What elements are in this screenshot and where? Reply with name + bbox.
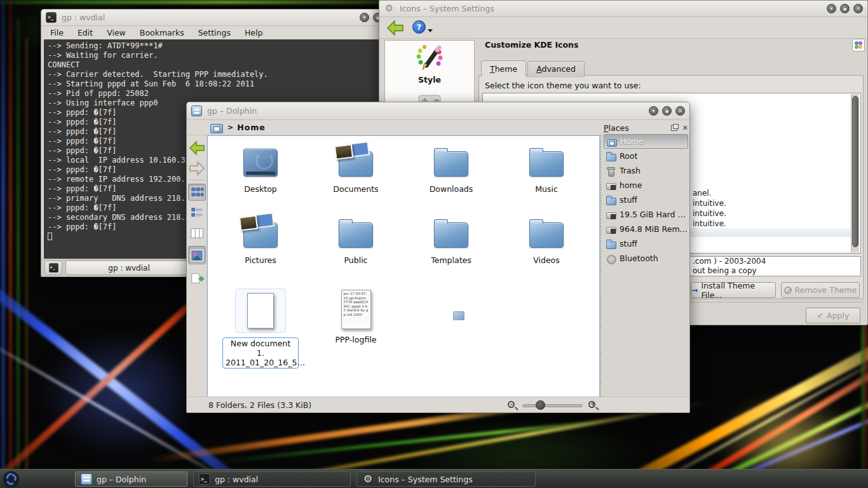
tab[interactable]: Advanced — [527, 61, 585, 78]
bluetooth-icon — [606, 254, 616, 264]
settings-titlebar[interactable]: Icons – System Settings ▾ ● ✕ — [379, 1, 867, 17]
close-button[interactable]: ✕ — [853, 4, 863, 13]
places-item[interactable]: Home — [604, 134, 688, 149]
places-item[interactable]: stuff — [604, 193, 688, 207]
dolphin-titlebar[interactable]: gp – Dolphin ▾ ● ✕ — [187, 102, 689, 120]
back-button[interactable] — [386, 20, 405, 38]
folder-label: Desktop — [244, 184, 277, 194]
close-panel-icon[interactable]: ✕ — [682, 125, 688, 132]
folder-icon — [434, 222, 468, 248]
file-label: PPP-logfile — [336, 335, 377, 344]
zoom-out-icon[interactable] — [508, 401, 515, 408]
places-item[interactable]: 964.8 MiB Remov… — [604, 222, 688, 236]
stray-widget-icon — [453, 311, 465, 320]
taskbar-task[interactable]: gp – Dolphin — [75, 471, 187, 487]
places-item-label: 964.8 MiB Remov… — [620, 224, 688, 234]
taskbar: gp – Dolphin gp : wvdial Icons – System … — [0, 469, 868, 488]
drive-icon — [606, 224, 616, 234]
folder-item[interactable]: Downloads — [404, 145, 498, 194]
dolphin-icon — [81, 473, 92, 485]
file-item-selected[interactable]: New document 1. 2011_01_20_16_5… — [214, 287, 308, 369]
places-item[interactable]: Bluetooth — [604, 251, 688, 266]
maximize-button[interactable]: ● — [840, 4, 850, 13]
folder-label: Music — [535, 184, 558, 194]
back-button[interactable] — [188, 139, 206, 156]
float-panel-icon[interactable] — [671, 125, 677, 131]
places-panel: Places ✕ Home Root Trash — [604, 121, 688, 396]
places-item-label: 19.5 GiB Hard Drive — [620, 210, 688, 219]
scrollbar[interactable] — [851, 94, 859, 252]
terminal-line: --> Sending: ATDT*99***1# — [48, 41, 381, 51]
theme-description-fragment: intuitive. — [693, 219, 726, 229]
selection-highlight — [235, 288, 286, 333]
places-item-label: Home — [620, 137, 644, 146]
menu-item[interactable]: Settings — [198, 28, 231, 37]
close-button[interactable]: ✕ — [675, 106, 685, 116]
zoom-slider-track[interactable] — [522, 404, 583, 407]
forward-button[interactable] — [188, 159, 206, 177]
places-item[interactable]: Root — [604, 149, 688, 163]
drive-icon — [606, 180, 616, 191]
status-summary: 8 Folders, 2 Files (3.3 KiB) — [208, 400, 311, 410]
file-item-logfile[interactable]: Jan 17 09:47:18 gp-Aspire-5738 pppd[1946… — [309, 287, 403, 344]
menu-item[interactable]: View — [107, 28, 126, 37]
maximize-button[interactable]: ● — [662, 106, 672, 116]
folder-item[interactable]: Documents — [309, 145, 403, 194]
folder-label: Pictures — [245, 255, 276, 265]
places-item[interactable]: Trash — [604, 163, 688, 178]
remove-theme-button[interactable]: Remove Theme — [781, 282, 860, 298]
terminal-line: --> Carrier detected. Starting PPP immed… — [48, 70, 381, 79]
folder-item[interactable]: Public — [309, 216, 403, 265]
new-tab-button[interactable] — [44, 261, 62, 275]
minimize-button[interactable]: ▾ — [649, 106, 658, 116]
menu-item[interactable]: Help — [245, 28, 263, 37]
places-panel-title: Places — [604, 123, 629, 133]
columns-view-button[interactable] — [188, 224, 206, 241]
task-label: gp : wvdial — [215, 475, 258, 484]
taskbar-task[interactable]: Icons – System Settings — [356, 471, 536, 487]
preview-button[interactable] — [188, 246, 206, 264]
trash-icon — [606, 166, 616, 176]
theme-descriptions: anel. intuitive. intuitive. intuitive. — [693, 188, 726, 229]
scrollbar-thumb[interactable] — [852, 96, 858, 247]
home-folder-icon[interactable] — [210, 123, 222, 133]
menu-item[interactable]: Edit — [78, 28, 93, 37]
folder-item[interactable]: Desktop — [214, 145, 308, 194]
folder-item[interactable]: Music — [499, 145, 593, 194]
minimize-button[interactable]: ▾ — [827, 4, 836, 13]
app-launcher-icon[interactable] — [3, 471, 20, 488]
terminal-tab[interactable]: gp : wvdial — [65, 261, 193, 275]
zoom-in-icon[interactable] — [588, 401, 595, 408]
apply-button[interactable]: ✔ Apply — [806, 308, 860, 323]
terminal-titlebar[interactable]: gp : wvdial ▾ ● — [41, 10, 387, 26]
tab[interactable]: Theme — [481, 60, 526, 77]
terminal-line: CONNECT — [48, 60, 381, 70]
menu-item[interactable]: File — [50, 28, 64, 37]
file-view[interactable]: Desktop Documents Downloads Music — [207, 135, 600, 398]
settings-toolbar: ? — [379, 17, 867, 39]
breadcrumb-home[interactable]: Home — [237, 123, 266, 132]
install-theme-button[interactable]: → Install Theme File... — [691, 282, 776, 298]
menu-item[interactable]: Bookmarks — [140, 28, 184, 37]
split-view-button[interactable] — [188, 270, 206, 287]
taskbar-task[interactable]: gp : wvdial — [193, 471, 351, 487]
terminal-line: --> Waiting for carrier. — [48, 51, 381, 60]
folder-item[interactable]: Templates — [404, 216, 498, 265]
places-item[interactable]: stuff — [604, 236, 688, 251]
desktop: gp : wvdial ▾ ● File Edit View Bookmarks… — [0, 0, 868, 488]
folder-icon — [339, 151, 373, 177]
sidebar-item-style[interactable]: Style — [385, 44, 474, 85]
folder-label: Documents — [333, 184, 378, 194]
folder-item[interactable]: Pictures — [214, 216, 308, 265]
folder-item[interactable]: Videos — [499, 216, 593, 265]
zoom-slider-handle[interactable] — [536, 400, 545, 410]
places-item-label: stuff — [620, 239, 637, 248]
minimize-button[interactable]: ▾ — [360, 13, 369, 22]
places-item[interactable]: 19.5 GiB Hard Drive — [604, 207, 688, 222]
panel-resize-handle[interactable] — [600, 135, 602, 396]
places-item[interactable]: home — [604, 178, 688, 193]
help-icon[interactable]: ? — [412, 20, 426, 34]
icons-view-button[interactable] — [188, 184, 206, 201]
chevron-down-icon[interactable] — [428, 29, 433, 32]
details-view-button[interactable] — [188, 204, 206, 221]
